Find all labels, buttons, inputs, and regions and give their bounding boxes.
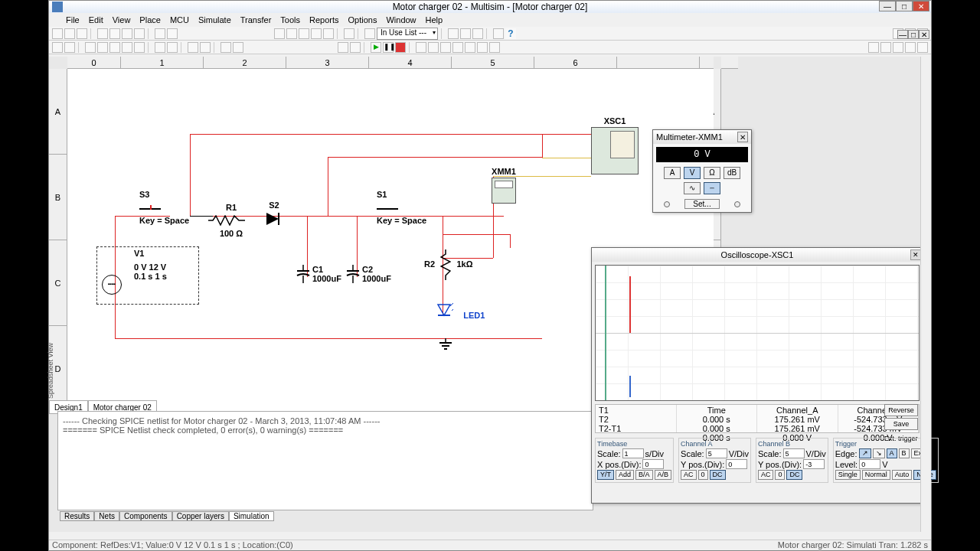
menu-place[interactable]: Place [135,14,165,26]
s7-icon[interactable] [489,42,500,53]
chbBtns-0[interactable]: 0 [775,470,785,480]
comp-v1[interactable]: ╍╍ V1 0 V 12 V 0.1 s 1 s [96,246,199,305]
grid3-icon[interactable] [299,28,309,39]
comp-gnd[interactable] [438,338,453,355]
grid5-icon[interactable] [323,28,334,39]
s1-icon[interactable] [416,42,426,53]
edge-rise-button[interactable]: ↗ [859,448,871,458]
trig-level-input[interactable] [859,459,880,469]
t10-icon[interactable] [188,42,198,53]
t3-icon[interactable] [85,42,96,53]
chb-scale-input[interactable] [783,448,805,458]
comp-c2[interactable]: C21000uF [345,265,361,286]
grid4-icon[interactable] [311,28,322,39]
s6-icon[interactable] [477,42,488,53]
sub-min-button[interactable]: — [897,30,908,39]
inuse-dropdown[interactable]: In Use List --- [377,28,438,40]
s5-icon[interactable] [465,42,475,53]
menu-edit[interactable]: Edit [84,14,108,26]
tbBtns-B/A[interactable]: B/A [635,470,653,480]
s2-icon[interactable] [428,42,439,53]
comp-led[interactable]: LED1 [435,303,485,321]
tool-b-icon[interactable] [460,28,471,39]
multimeter-close-icon[interactable]: ✕ [737,132,748,142]
zf1-icon[interactable] [868,42,879,53]
s4-icon[interactable] [452,42,463,53]
cut-icon[interactable] [109,28,120,39]
trigBtns-Single[interactable]: Single [835,470,861,480]
comp-c1[interactable]: C11000uF [296,265,311,286]
menu-tools[interactable]: Tools [276,14,305,26]
console-tab[interactable]: Components [119,511,172,521]
t8-icon[interactable] [155,42,165,53]
console-tab[interactable]: Results [60,511,94,521]
play-icon[interactable]: ▶ [371,42,381,53]
chbBtns-DC[interactable]: DC [786,470,802,480]
instrument-sidebar[interactable] [920,57,931,532]
multimeter-terminal-pos[interactable] [734,201,740,207]
trigBtns-Normal[interactable]: Normal [862,470,890,480]
cha-ypos-input[interactable] [726,459,747,469]
t12-icon[interactable] [220,42,231,53]
undo-icon[interactable] [155,28,165,39]
grid2-icon[interactable] [286,28,297,39]
console-tab[interactable]: Nets [94,511,119,521]
menu-window[interactable]: Window [381,14,420,26]
save-icon[interactable] [77,28,87,39]
comp-xsc1[interactable]: XSC1 [591,116,639,174]
multimeter-mode-A[interactable]: A [664,167,681,179]
zf4-icon[interactable] [905,42,916,53]
timebase-scale-input[interactable] [622,448,644,458]
menu-reports[interactable]: Reports [305,14,344,26]
multimeter-window[interactable]: Multimeter-XMM1✕ 0 V AVΩdB ∿ ⎓ Set... [652,129,752,213]
zf5-icon[interactable] [917,42,928,53]
menu-view[interactable]: View [108,14,136,26]
oscilloscope-close-icon[interactable]: ✕ [910,249,921,260]
t6-icon[interactable] [122,42,132,53]
menu-file[interactable]: File [61,14,84,26]
paste-icon[interactable] [134,28,145,39]
chbBtns-AC[interactable]: AC [758,470,774,480]
timebase-xpos-input[interactable] [642,459,664,469]
maximize-button[interactable]: □ [896,1,913,11]
chaBtns-DC[interactable]: DC [710,470,726,480]
multimeter-terminal-neg[interactable] [664,201,670,207]
multimeter-mode-V[interactable]: V [684,167,701,179]
t11-icon[interactable] [200,42,211,53]
menu-transfer[interactable]: Transfer [236,14,276,26]
comp-s3[interactable]: S3 Key = Space [139,190,189,225]
tbBtns-Add[interactable]: Add [616,470,634,480]
close-button[interactable]: ✕ [913,1,929,11]
print-icon[interactable] [97,28,108,39]
redo-icon[interactable] [167,28,178,39]
t1-icon[interactable] [52,42,63,53]
reverse-button[interactable]: Reverse [884,404,918,416]
multimeter-set-button[interactable]: Set... [684,199,719,209]
new-icon[interactable] [52,28,63,39]
trigBtns-Auto[interactable]: Auto [892,470,913,480]
multimeter-mode-dB[interactable]: dB [724,167,740,179]
copy-icon[interactable] [122,28,132,39]
comp-s1[interactable]: S1 Key = Space [377,190,426,225]
comp-r1[interactable]: R1 100 Ω [208,203,254,238]
multimeter-mode-Ω[interactable]: Ω [704,167,720,179]
chb-ypos-input[interactable] [803,459,825,469]
comp-r2[interactable]: R2 1kΩ [424,249,473,280]
console-tab[interactable]: Simulation [229,511,274,521]
cha-scale-input[interactable] [706,448,727,458]
zoom-icon[interactable] [344,28,354,39]
t15-icon[interactable] [350,42,361,53]
sub-max-button[interactable]: □ [908,30,919,39]
t5-icon[interactable] [109,42,120,53]
zf2-icon[interactable] [880,42,891,53]
grid1-icon[interactable] [274,28,285,39]
trig-a-button[interactable]: A [887,448,897,458]
t13-icon[interactable] [233,42,243,53]
oscilloscope-window[interactable]: Oscilloscope-XSC1✕ T1T2T2-T1 Time0.000 s… [591,247,923,504]
pause-icon[interactable]: ❚❚ [383,42,394,53]
sub-close-button[interactable]: ✕ [919,30,929,39]
menu-options[interactable]: Options [344,14,382,26]
tbBtns-Y/T[interactable]: Y/T [597,470,614,480]
t2-icon[interactable] [64,42,75,53]
trig-b-button[interactable]: B [899,448,910,458]
